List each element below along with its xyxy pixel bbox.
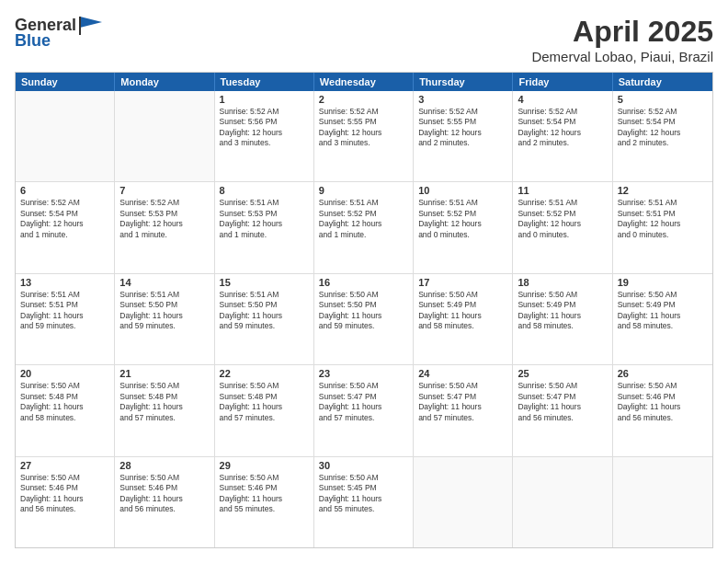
header-saturday: Saturday (613, 73, 712, 91)
cal-cell-2-4: 17Sunrise: 5:50 AM Sunset: 5:49 PM Dayli… (414, 274, 513, 364)
day-number: 4 (518, 94, 607, 105)
day-info: Sunrise: 5:51 AM Sunset: 5:52 PM Dayligh… (518, 198, 607, 240)
header-wednesday: Wednesday (314, 73, 414, 91)
day-info: Sunrise: 5:52 AM Sunset: 5:56 PM Dayligh… (220, 107, 309, 149)
day-info: Sunrise: 5:52 AM Sunset: 5:54 PM Dayligh… (20, 198, 109, 240)
cal-row-0: 1Sunrise: 5:52 AM Sunset: 5:56 PM Daylig… (16, 91, 712, 181)
day-number: 12 (618, 185, 708, 196)
header-tuesday: Tuesday (215, 73, 314, 91)
logo-blue: Blue (15, 31, 51, 51)
day-info: Sunrise: 5:52 AM Sunset: 5:54 PM Dayligh… (618, 107, 708, 149)
day-info: Sunrise: 5:50 AM Sunset: 5:47 PM Dayligh… (518, 381, 607, 423)
cal-row-2: 13Sunrise: 5:51 AM Sunset: 5:51 PM Dayli… (16, 273, 712, 364)
day-info: Sunrise: 5:52 AM Sunset: 5:53 PM Dayligh… (119, 198, 209, 240)
day-number: 30 (319, 460, 408, 471)
day-info: Sunrise: 5:52 AM Sunset: 5:54 PM Dayligh… (518, 107, 607, 149)
day-number: 9 (319, 185, 408, 196)
day-number: 22 (220, 368, 309, 379)
day-info: Sunrise: 5:51 AM Sunset: 5:50 PM Dayligh… (119, 290, 209, 332)
calendar-body: 1Sunrise: 5:52 AM Sunset: 5:56 PM Daylig… (16, 91, 712, 547)
day-info: Sunrise: 5:51 AM Sunset: 5:52 PM Dayligh… (418, 198, 507, 240)
header: General Blue April 2025 Demerval Lobao, … (15, 15, 713, 64)
day-info: Sunrise: 5:50 AM Sunset: 5:47 PM Dayligh… (319, 381, 408, 423)
cal-cell-0-6: 5Sunrise: 5:52 AM Sunset: 5:54 PM Daylig… (613, 91, 712, 181)
day-number: 23 (319, 368, 408, 379)
day-number: 27 (20, 460, 109, 471)
cal-cell-0-1 (115, 91, 214, 181)
day-number: 15 (220, 277, 309, 288)
cal-cell-1-5: 11Sunrise: 5:51 AM Sunset: 5:52 PM Dayli… (513, 182, 612, 272)
cal-cell-4-2: 29Sunrise: 5:50 AM Sunset: 5:46 PM Dayli… (215, 457, 314, 547)
cal-cell-3-1: 21Sunrise: 5:50 AM Sunset: 5:48 PM Dayli… (115, 365, 214, 455)
day-number: 19 (618, 277, 708, 288)
day-number: 14 (119, 277, 209, 288)
day-info: Sunrise: 5:51 AM Sunset: 5:53 PM Dayligh… (220, 198, 309, 240)
cal-cell-0-4: 3Sunrise: 5:52 AM Sunset: 5:55 PM Daylig… (414, 91, 513, 181)
day-info: Sunrise: 5:52 AM Sunset: 5:55 PM Dayligh… (319, 107, 408, 149)
calendar: Sunday Monday Tuesday Wednesday Thursday… (15, 72, 713, 548)
cal-cell-4-3: 30Sunrise: 5:50 AM Sunset: 5:45 PM Dayli… (314, 457, 414, 547)
cal-cell-3-5: 25Sunrise: 5:50 AM Sunset: 5:47 PM Dayli… (513, 365, 612, 455)
day-number: 26 (618, 368, 708, 379)
cal-cell-3-6: 26Sunrise: 5:50 AM Sunset: 5:46 PM Dayli… (613, 365, 712, 455)
day-number: 28 (119, 460, 209, 471)
day-number: 2 (319, 94, 408, 105)
day-info: Sunrise: 5:51 AM Sunset: 5:51 PM Dayligh… (20, 290, 109, 332)
day-info: Sunrise: 5:50 AM Sunset: 5:49 PM Dayligh… (518, 290, 607, 332)
svg-marker-0 (80, 17, 102, 28)
cal-cell-1-4: 10Sunrise: 5:51 AM Sunset: 5:52 PM Dayli… (414, 182, 513, 272)
day-number: 24 (418, 368, 507, 379)
day-info: Sunrise: 5:50 AM Sunset: 5:46 PM Dayligh… (618, 381, 708, 423)
day-number: 7 (119, 185, 209, 196)
header-monday: Monday (115, 73, 214, 91)
day-number: 17 (418, 277, 507, 288)
page: General Blue April 2025 Demerval Lobao, … (0, 0, 728, 563)
day-info: Sunrise: 5:51 AM Sunset: 5:52 PM Dayligh… (319, 198, 408, 240)
cal-cell-2-3: 16Sunrise: 5:50 AM Sunset: 5:50 PM Dayli… (314, 274, 414, 364)
cal-cell-2-0: 13Sunrise: 5:51 AM Sunset: 5:51 PM Dayli… (16, 274, 115, 364)
day-info: Sunrise: 5:50 AM Sunset: 5:47 PM Dayligh… (418, 381, 507, 423)
day-info: Sunrise: 5:50 AM Sunset: 5:48 PM Dayligh… (20, 381, 109, 423)
day-info: Sunrise: 5:50 AM Sunset: 5:46 PM Dayligh… (220, 473, 309, 515)
cal-cell-0-0 (16, 91, 115, 181)
day-info: Sunrise: 5:50 AM Sunset: 5:49 PM Dayligh… (618, 290, 708, 332)
page-subtitle: Demerval Lobao, Piaui, Brazil (531, 49, 713, 64)
cal-cell-4-1: 28Sunrise: 5:50 AM Sunset: 5:46 PM Dayli… (115, 457, 214, 547)
cal-row-3: 20Sunrise: 5:50 AM Sunset: 5:48 PM Dayli… (16, 364, 712, 455)
day-number: 11 (518, 185, 607, 196)
day-number: 3 (418, 94, 507, 105)
logo: General Blue (15, 15, 104, 51)
cal-cell-0-5: 4Sunrise: 5:52 AM Sunset: 5:54 PM Daylig… (513, 91, 612, 181)
page-title: April 2025 (531, 15, 713, 49)
cal-cell-3-3: 23Sunrise: 5:50 AM Sunset: 5:47 PM Dayli… (314, 365, 414, 455)
cal-cell-2-1: 14Sunrise: 5:51 AM Sunset: 5:50 PM Dayli… (115, 274, 214, 364)
day-info: Sunrise: 5:52 AM Sunset: 5:55 PM Dayligh… (418, 107, 507, 149)
title-block: April 2025 Demerval Lobao, Piaui, Brazil (531, 15, 713, 64)
cal-cell-1-3: 9Sunrise: 5:51 AM Sunset: 5:52 PM Daylig… (314, 182, 414, 272)
cal-cell-1-0: 6Sunrise: 5:52 AM Sunset: 5:54 PM Daylig… (16, 182, 115, 272)
calendar-header: Sunday Monday Tuesday Wednesday Thursday… (16, 73, 712, 91)
cal-cell-4-6 (613, 457, 712, 547)
day-info: Sunrise: 5:50 AM Sunset: 5:48 PM Dayligh… (220, 381, 309, 423)
cal-cell-3-2: 22Sunrise: 5:50 AM Sunset: 5:48 PM Dayli… (215, 365, 314, 455)
day-number: 6 (20, 185, 109, 196)
day-number: 13 (20, 277, 109, 288)
day-number: 21 (119, 368, 209, 379)
day-number: 20 (20, 368, 109, 379)
day-number: 8 (220, 185, 309, 196)
cal-cell-2-6: 19Sunrise: 5:50 AM Sunset: 5:49 PM Dayli… (613, 274, 712, 364)
day-number: 18 (518, 277, 607, 288)
logo-flag-icon (78, 15, 104, 35)
cal-cell-2-2: 15Sunrise: 5:51 AM Sunset: 5:50 PM Dayli… (215, 274, 314, 364)
day-info: Sunrise: 5:50 AM Sunset: 5:49 PM Dayligh… (418, 290, 507, 332)
cal-cell-0-2: 1Sunrise: 5:52 AM Sunset: 5:56 PM Daylig… (215, 91, 314, 181)
day-info: Sunrise: 5:50 AM Sunset: 5:46 PM Dayligh… (119, 473, 209, 515)
cal-cell-4-0: 27Sunrise: 5:50 AM Sunset: 5:46 PM Dayli… (16, 457, 115, 547)
cal-cell-1-2: 8Sunrise: 5:51 AM Sunset: 5:53 PM Daylig… (215, 182, 314, 272)
cal-cell-1-6: 12Sunrise: 5:51 AM Sunset: 5:51 PM Dayli… (613, 182, 712, 272)
cal-cell-3-0: 20Sunrise: 5:50 AM Sunset: 5:48 PM Dayli… (16, 365, 115, 455)
cal-cell-2-5: 18Sunrise: 5:50 AM Sunset: 5:49 PM Dayli… (513, 274, 612, 364)
header-friday: Friday (513, 73, 612, 91)
day-info: Sunrise: 5:51 AM Sunset: 5:51 PM Dayligh… (618, 198, 708, 240)
day-info: Sunrise: 5:50 AM Sunset: 5:48 PM Dayligh… (119, 381, 209, 423)
